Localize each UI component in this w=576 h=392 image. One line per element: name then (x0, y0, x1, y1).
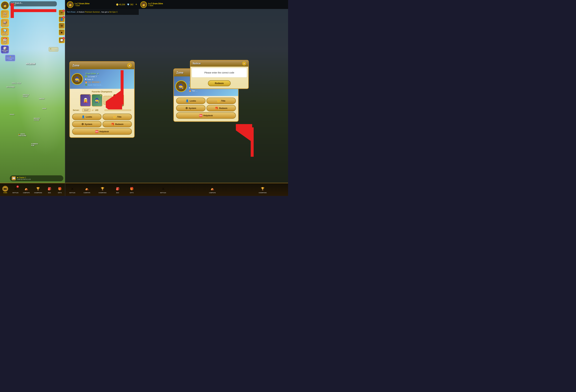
nav-bag[interactable]: 🎒 BAG (46, 185, 53, 194)
add-currency-btn[interactable]: + (135, 3, 137, 6)
zone-close-1[interactable]: ✕ (127, 63, 132, 68)
nav-town[interactable]: 🏘 TOWN (1, 185, 9, 194)
title-btn-2[interactable]: 👑 Title (206, 98, 236, 104)
chat-btn[interactable]: 💬 17 (59, 37, 65, 43)
nav3-champions[interactable]: 🏆 CHAMPIONS (258, 185, 268, 194)
nav3-campsite-label: CAMPSITE (209, 192, 216, 193)
champ-card-1[interactable]: 🧝 1 (80, 94, 91, 106)
header-avatar-3: 🧑 (140, 1, 147, 8)
favorites-title-1: Favorite Champions (72, 90, 132, 93)
header-name-3: Lv.7 Gram.Stine (148, 2, 163, 5)
redeem-btn-1[interactable]: 🎁 Redeem (103, 121, 132, 127)
campsite-icon: ⛺ (23, 186, 29, 192)
quest-icon: 📖 (12, 176, 16, 180)
shop-btn[interactable]: 🛍 Shop (1, 10, 9, 18)
recharge-btn[interactable]: 💎 1st Recharge (1, 28, 9, 36)
title-btn-1[interactable]: 👑 Title (103, 114, 132, 120)
gifts-icon: 🎁 (57, 186, 63, 192)
nav2-bag-icon: 🎒 (115, 186, 121, 192)
nav2-campsite-label: CAMPSITE (84, 192, 90, 193)
champ-card-3[interactable]: 🗡 · (113, 94, 124, 106)
zone-banner-1: 🧙 Gram.Stine ✏ 💚 Lv Level: 7 ❤ Fans: 0 (70, 69, 134, 89)
nav3-campsite[interactable]: ⛺ CAMPSITE (208, 185, 217, 194)
zone-btn-grid-2: 👤 Looks 👑 Title ⚙ System 🎁 Redeem 🆘 (176, 98, 236, 119)
nav-champions[interactable]: 🏆 CHAMPIONS (33, 185, 43, 194)
system-btn-1[interactable]: ⚙ System (72, 121, 102, 127)
battles-icon: ⚔ ● (13, 186, 18, 192)
nav2-battles[interactable]: ⚔ BATTLES (68, 185, 76, 194)
nav2-battles-icon: ⚔ (69, 186, 75, 192)
uid-value-1 (104, 110, 131, 111)
sacred-hall[interactable]: 🔒 SACRED HALL (49, 47, 58, 52)
zone-title-2: Zone (176, 71, 183, 74)
redeem-btn-2[interactable]: 🎁 Redeem (206, 105, 236, 111)
chat-badge: 17 (62, 37, 65, 39)
nav-campsite[interactable]: ⛺ CAMPSITE (22, 185, 30, 194)
nav-bag-label: BAG (48, 192, 51, 193)
zone-header-1: Zone ✕ (70, 62, 134, 69)
scroll-up-btn[interactable]: ▲ (59, 30, 65, 35)
town-icon: 🏘 (2, 186, 8, 192)
player-avatar[interactable]: 🧑 (1, 1, 9, 9)
nav2-bag-label: BAG (116, 192, 119, 193)
panel-zone2: 🧑 Lv.7 Gram.Stine × 9594 Zone ✕ 🧙 Gram.S… (139, 0, 288, 196)
nav-gifts[interactable]: 🎁 GIFTS (56, 185, 64, 194)
looks-btn-1[interactable]: 👤 Looks (72, 114, 102, 120)
guild-label: GUILD (10, 114, 14, 115)
nav3-champions-icon: 🏆 (260, 186, 265, 192)
summons-btn[interactable]: 🎰 777 Summons (1, 19, 9, 27)
nav2-bag[interactable]: 🎒 BAG (114, 185, 122, 194)
system-btn-2[interactable]: ⚙ System (176, 105, 205, 111)
helpdesk-btn-2[interactable]: 🆘 Helpdesk (176, 112, 236, 119)
notice-body: Please enter the correct code (192, 68, 247, 77)
mail-btn[interactable]: ✉ (59, 23, 65, 29)
login-btn[interactable]: 📅 8 Days Login (1, 36, 9, 45)
champ-add-btn[interactable]: + (103, 96, 112, 105)
champ-card-2[interactable]: 🧙 30 (92, 94, 102, 106)
nav2-campsite[interactable]: ⛺ CAMPSITE (83, 185, 91, 194)
nav2-campsite-icon: ⛺ (84, 186, 90, 192)
quest-task: Level up Hel to Lv.16 (17, 179, 31, 180)
social-btn[interactable]: 👤 ● (59, 16, 65, 22)
nav2-gifts[interactable]: 🎁 GIFTS (128, 185, 136, 194)
player-name: Lv.7 Gram.S... (11, 2, 23, 4)
nav2-champions[interactable]: 🏆 CHAMPIONS (97, 185, 107, 194)
notice-redeem-btn[interactable]: Redeem (208, 80, 230, 86)
braves-cache-label: BRAVES'CACHE (34, 118, 40, 121)
uid-label-1: UID (95, 109, 103, 111)
nav-champions-label: CHAMPIONS (34, 192, 42, 193)
small-talk-label: SMALL TALK (12, 82, 21, 84)
zone-btn-grid-1: 👤 Looks 👑 Title ⚙ System 🎁 Redeem 🆘 (72, 114, 132, 135)
looks-btn-2[interactable]: 👤 Looks (176, 98, 205, 104)
zone-tier-2: Tier: ... (192, 90, 198, 92)
shop-label: SHOP (42, 108, 47, 109)
helpdesk-btn-1[interactable]: 🆘 Helpdesk (72, 128, 132, 135)
right-sidebar: ✏ ● 👤 ● ✉ ▲ 💬 17 (58, 10, 65, 43)
notice-close[interactable]: ✕ (242, 62, 246, 65)
oracle-label: ORACLESTAND (23, 94, 29, 97)
notice-footer: Redeem (191, 79, 248, 89)
smithy-label: SMITHY (39, 98, 45, 100)
zone-body-2: 👤 Looks 👑 Title ⚙ System 🎁 Redeem 🆘 (174, 96, 238, 121)
champions-row-1: 🧝 1 🧙 30 + 🗡 · (72, 94, 132, 106)
edit-btn[interactable]: ✏ ● (59, 10, 65, 16)
bottom-nav-1: 🏘 TOWN ⚔ ● BATTLES ⛺ CAMPSITE 🏆 CHAMPION… (0, 183, 65, 196)
nav-gifts-label: GIFTS (58, 192, 62, 193)
battles-badge: ● (17, 185, 19, 188)
server-row-1: Server: S147 ⇄ UID (72, 108, 132, 112)
header-xp-2: × 9594 (75, 5, 89, 6)
shuffle-btn-1[interactable]: ⇄ (92, 109, 94, 112)
summon-pub-label: SUMMONPUB (31, 143, 38, 146)
zone-level-1: Lv Level: 7 (88, 76, 97, 78)
bottom-nav-3: ⚔ BATTLES ⛺ CAMPSITE 🏆 CHAMPIONS (139, 183, 288, 196)
nav-campsite-label: CAMPSITE (23, 192, 29, 193)
nav3-battles[interactable]: ⚔ BATTLES (159, 185, 167, 194)
notice-message: Please enter the correct code (204, 71, 234, 74)
nav-battles[interactable]: ⚔ ● BATTLES (12, 185, 19, 194)
coin-gems: 💎 382 (127, 3, 133, 6)
header-name-2: Lv.7 Gram.Stine (75, 2, 89, 5)
left-sidebar: 🧑 🛍 Shop 🎰 777 Summons 💎 1st Recharge 📅 … (0, 0, 10, 196)
panel3-header: 🧑 Lv.7 Gram.Stine × 9594 (139, 0, 288, 9)
nav2-champions-label: CHAMPIONS (98, 192, 106, 193)
dimension-cube-btn[interactable]: 🎲 DIMENSION CUBE (1, 45, 9, 54)
